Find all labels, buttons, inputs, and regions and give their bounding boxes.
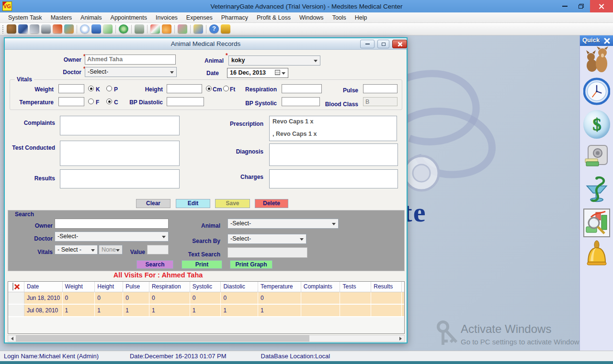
bp-systolic-field[interactable] <box>282 97 320 106</box>
quick-bell-icon[interactable] <box>583 240 610 271</box>
search-by-select[interactable]: -Select- <box>227 234 306 244</box>
height-unit-ft-radio[interactable] <box>223 86 229 91</box>
search-vitals-op-select[interactable]: None <box>99 245 123 254</box>
menu-pharmacy[interactable]: Pharmacy <box>217 12 252 23</box>
delete-button[interactable]: Delete <box>255 199 288 208</box>
height-unit-ft-label: Ft <box>230 86 235 93</box>
quick-clock-icon[interactable] <box>583 77 610 106</box>
pulse-field[interactable] <box>363 84 397 93</box>
menu-windows[interactable]: Windows <box>295 12 328 23</box>
horizontal-scrollbar[interactable] <box>8 335 405 342</box>
toolbar-separator <box>190 25 191 33</box>
chevron-down-icon <box>91 249 95 252</box>
height-unit-cm-radio[interactable] <box>206 86 212 91</box>
search-animal-select[interactable]: -Select- <box>227 219 339 229</box>
lab-icon[interactable] <box>41 24 51 33</box>
minimize-button[interactable] <box>557 0 572 12</box>
prescription-icon[interactable] <box>53 24 62 33</box>
temperature-field[interactable] <box>58 97 84 106</box>
print-button[interactable]: Print <box>182 260 222 269</box>
weight-field[interactable] <box>58 84 84 93</box>
dialog-maximize-button[interactable] <box>377 40 389 48</box>
animal-select[interactable]: koky <box>228 55 320 66</box>
prescription-line: Revo Caps 1 x <box>272 118 394 125</box>
reports-chart-icon[interactable] <box>178 24 187 33</box>
animal-medical-records-dialog: Animal Medical Records Owner * Ahmed Tah… <box>4 37 408 343</box>
menu-expenses[interactable]: Expenses <box>182 12 217 23</box>
menu-system-task[interactable]: System Task <box>4 12 46 23</box>
weight-unit-p-radio[interactable] <box>106 86 112 91</box>
edit-button[interactable]: Edit <box>176 199 210 208</box>
menu-masters[interactable]: Masters <box>46 12 76 23</box>
menu-invoices[interactable]: Invoices <box>151 12 182 23</box>
menu-help[interactable]: Help <box>351 12 372 23</box>
scrollbar-thumb[interactable] <box>16 335 309 342</box>
quick-pharmacy-icon[interactable] <box>583 175 610 206</box>
payments-dollar-icon[interactable] <box>119 24 128 33</box>
syringe-icon[interactable] <box>30 24 39 33</box>
menu-animals[interactable]: Animals <box>76 12 106 23</box>
grooming-icon[interactable] <box>64 24 74 33</box>
owner-label: Owner <box>34 56 81 63</box>
menu-profit-loss[interactable]: Profit & Loss <box>252 12 295 23</box>
complaints-field[interactable] <box>60 116 180 135</box>
search-value-field[interactable] <box>147 245 169 254</box>
dialog-titlebar[interactable]: Animal Medical Records <box>5 38 407 50</box>
appointments-clock-icon[interactable] <box>80 24 90 33</box>
quick-close-icon[interactable] <box>603 37 610 44</box>
reminders-icon[interactable] <box>193 24 203 33</box>
delete-row-icon[interactable] <box>12 283 13 290</box>
invoice-edit-icon[interactable] <box>103 24 113 33</box>
save-button[interactable]: Save <box>215 199 250 208</box>
temp-unit-c-radio[interactable] <box>106 99 112 104</box>
diagnosis-field[interactable] <box>269 143 398 166</box>
bell-icon[interactable] <box>221 24 230 33</box>
quick-payments-icon[interactable] <box>583 110 610 139</box>
search-vitals-select[interactable]: - Select - <box>55 245 98 254</box>
restore-button[interactable] <box>574 0 588 12</box>
owner-field[interactable]: Ahmed Taha <box>85 55 176 65</box>
search-doctor-select[interactable]: -Select- <box>55 232 169 242</box>
results-field[interactable] <box>60 169 180 188</box>
search-owner-field[interactable] <box>55 219 169 229</box>
respiration-field[interactable] <box>282 84 322 93</box>
temp-unit-c-label: C <box>114 99 118 106</box>
temp-unit-f-radio[interactable] <box>88 99 94 104</box>
visit-cell: Jun 18, 2010 <box>24 292 63 304</box>
search-button[interactable]: Search <box>136 260 173 269</box>
profit-arrow-icon[interactable] <box>162 24 171 33</box>
weight-unit-k-radio[interactable] <box>88 86 94 91</box>
visit-row[interactable]: Jul 08, 2010 1 1 1 1 1 1 1 <box>8 305 404 317</box>
clear-button[interactable]: Clear <box>136 199 170 208</box>
visit-row[interactable]: Jun 18, 2010 0 0 0 0 0 0 0 <box>8 292 404 305</box>
menu-tools[interactable]: Tools <box>328 12 351 23</box>
animals-icon[interactable] <box>7 24 16 33</box>
charges-field[interactable] <box>269 169 398 188</box>
pharmacy-icon[interactable] <box>150 24 160 33</box>
dialog-close-button[interactable] <box>392 40 407 48</box>
print-graph-button[interactable]: Print Graph <box>230 260 272 269</box>
clients-icon[interactable] <box>18 24 28 33</box>
quick-cashbox-icon[interactable] <box>583 144 610 169</box>
height-field[interactable] <box>167 84 202 93</box>
date-picker[interactable]: 16 Dec, 2013 <box>227 68 288 78</box>
expenses-icon[interactable] <box>135 24 144 33</box>
quick-reports-icon[interactable] <box>583 209 610 237</box>
row-selector[interactable] <box>8 292 24 304</box>
help-icon[interactable] <box>209 24 219 33</box>
test-conducted-field[interactable] <box>60 141 180 166</box>
text-search-field[interactable] <box>227 247 307 258</box>
invoice-calendar-icon[interactable] <box>91 24 101 33</box>
prescription-field[interactable]: Revo Caps 1 x , Revo Caps 1 x <box>269 116 397 141</box>
bp-diastolic-field[interactable] <box>167 97 204 106</box>
row-selector[interactable] <box>8 305 24 316</box>
scroll-left-icon <box>11 337 13 341</box>
close-button[interactable] <box>590 0 613 12</box>
scroll-right-button[interactable] <box>397 335 404 342</box>
scroll-left-button[interactable] <box>8 335 16 342</box>
quick-pets-icon[interactable] <box>583 46 610 73</box>
doctor-select[interactable]: -Select- <box>85 67 177 77</box>
dialog-minimize-button[interactable] <box>360 40 375 48</box>
menu-appointments[interactable]: Appointments <box>106 12 151 23</box>
window-title: VeterinaryGate Advanced (Trial Version) … <box>0 3 613 10</box>
